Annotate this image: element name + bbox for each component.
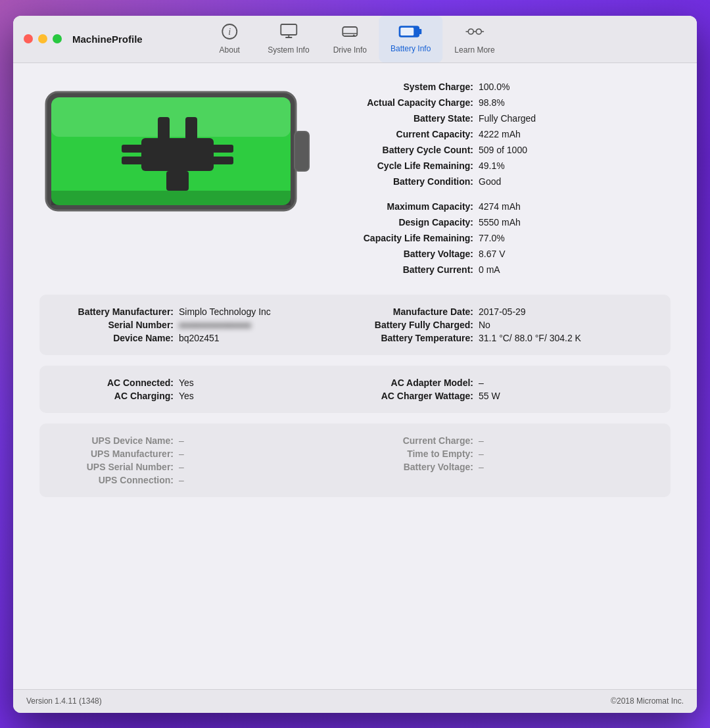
current-capacity-label: Current Capacity: <box>342 129 473 139</box>
battery-state-row: Battery State: Fully Charged <box>342 110 671 126</box>
max-capacity-value: 4274 mAh <box>479 201 521 212</box>
app-window: MachineProfile i About <box>13 16 697 713</box>
system-charge-value: 100.0% <box>479 82 509 92</box>
ups-manufacturer-value: – <box>179 449 184 459</box>
svg-text:i: i <box>228 27 231 37</box>
tab-about[interactable]: i About <box>203 16 256 62</box>
ac-grid: AC Connected: Yes AC Charging: Yes AC Ad… <box>55 377 655 401</box>
manufacturer-row: Battery Manufacturer: Simplo Technology … <box>55 306 355 317</box>
ups-serial-row: UPS Serial Number: – <box>55 462 355 472</box>
current-charge-label: Current Charge: <box>355 435 473 446</box>
current-capacity-row: Current Capacity: 4222 mAh <box>342 126 671 142</box>
tab-learn-more[interactable]: Learn More <box>442 16 506 62</box>
serial-label: Serial Number: <box>55 320 174 330</box>
design-capacity-value: 5550 mAh <box>479 217 521 228</box>
svg-rect-21 <box>51 191 291 205</box>
fully-charged-label: Battery Fully Charged: <box>355 320 473 330</box>
svg-point-13 <box>476 29 481 34</box>
minimize-button[interactable] <box>38 34 47 43</box>
ups-connection-value: – <box>179 475 184 485</box>
ac-charger-wattage-label: AC Charger Wattage: <box>355 391 473 401</box>
capacity-life-row: Capacity Life Remaining: 77.0% <box>342 230 671 246</box>
fully-charged-value: No <box>479 320 490 330</box>
battery-voltage-row: Battery Voltage: 8.67 V <box>342 246 671 262</box>
battery-current-value: 0 mA <box>479 264 500 275</box>
titlebar: MachineProfile i About <box>13 16 697 63</box>
cycle-life-row: Cycle Life Remaining: 49.1% <box>342 158 671 174</box>
battery-state-label: Battery State: <box>342 113 473 124</box>
svg-rect-5 <box>343 27 357 36</box>
battery-state-value: Fully Charged <box>479 113 536 124</box>
battery-voltage-value: 8.67 V <box>479 249 505 259</box>
manufacture-date-label: Manufacture Date: <box>355 306 473 317</box>
capacity-life-label: Capacity Life Remaining: <box>342 233 473 243</box>
svg-rect-11 <box>419 29 422 34</box>
ups-connection-label: UPS Connection: <box>55 475 174 485</box>
serial-value: ●●●●●●●●●●●●● <box>179 320 251 330</box>
time-to-empty-row: Time to Empty: – <box>355 449 655 459</box>
svg-rect-23 <box>158 117 170 140</box>
cycle-count-value: 509 of 1000 <box>479 145 527 155</box>
device-name-label: Device Name: <box>55 333 174 343</box>
svg-rect-24 <box>185 117 197 140</box>
ups-manufacturer-row: UPS Manufacturer: – <box>55 449 355 459</box>
info-grid: System Charge: 100.0% Actual Capacity Ch… <box>342 79 671 278</box>
svg-rect-29 <box>210 157 233 164</box>
ac-adapter-row: AC Adapter Model: – <box>355 377 655 388</box>
current-charge-value: – <box>479 435 484 446</box>
maximize-button[interactable] <box>53 34 62 43</box>
ac-left: AC Connected: Yes AC Charging: Yes <box>55 377 355 401</box>
window-controls <box>24 34 62 43</box>
battery-info-card: Battery Manufacturer: Simplo Technology … <box>39 295 671 355</box>
battery-voltage-label: Battery Voltage: <box>342 249 473 259</box>
version-text: Version 1.4.11 (1348) <box>26 696 102 706</box>
ac-connected-value: Yes <box>179 377 194 388</box>
svg-rect-28 <box>210 145 233 153</box>
manufacturer-label: Battery Manufacturer: <box>55 306 174 317</box>
battery-info-right: Manufacture Date: 2017-05-29 Battery Ful… <box>355 306 655 343</box>
temperature-value: 31.1 °C/ 88.0 °F/ 304.2 K <box>479 333 581 343</box>
tab-system-info[interactable]: System Info <box>256 16 321 62</box>
actual-capacity-value: 98.8% <box>479 97 505 108</box>
device-name-value: bq20z451 <box>179 333 220 343</box>
ac-connected-label: AC Connected: <box>55 377 174 388</box>
ups-left: UPS Device Name: – UPS Manufacturer: – U… <box>55 435 355 485</box>
svg-point-7 <box>353 35 355 37</box>
battery-condition-row: Battery Condition: Good <box>342 174 671 189</box>
ups-battery-voltage-label: Battery Voltage: <box>355 462 473 472</box>
drive-info-icon <box>341 23 359 43</box>
battery-current-row: Battery Current: 0 mA <box>342 262 671 278</box>
cycle-life-value: 49.1% <box>479 160 505 171</box>
cycle-count-row: Battery Cycle Count: 509 of 1000 <box>342 142 671 158</box>
tab-drive-info[interactable]: Drive Info <box>321 16 379 62</box>
close-button[interactable] <box>24 34 33 43</box>
svg-rect-18 <box>295 132 309 171</box>
battery-info-icon <box>399 24 423 41</box>
ups-battery-voltage-value: – <box>479 462 484 472</box>
actual-capacity-label: Actual Capacity Charge: <box>342 97 473 108</box>
design-capacity-row: Design Capacity: 5550 mAh <box>342 214 671 230</box>
device-name-row: Device Name: bq20z451 <box>55 333 355 343</box>
svg-rect-22 <box>141 138 214 171</box>
ups-device-name-label: UPS Device Name: <box>55 435 174 446</box>
capacity-life-value: 77.0% <box>479 233 505 243</box>
toolbar: i About System Info <box>203 16 506 62</box>
max-capacity-label: Maximum Capacity: <box>342 201 473 212</box>
ac-charging-row: AC Charging: Yes <box>55 391 355 401</box>
footer: Version 1.4.11 (1348) ©2018 Micromat Inc… <box>13 689 697 713</box>
temperature-label: Battery Temperature: <box>355 333 473 343</box>
manufacture-date-row: Manufacture Date: 2017-05-29 <box>355 306 655 317</box>
tab-battery-info[interactable]: Battery Info <box>379 16 442 62</box>
ac-charging-value: Yes <box>179 391 194 401</box>
manufacturer-value: Simplo Technology Inc <box>179 306 271 317</box>
about-icon: i <box>221 23 238 43</box>
ups-device-name-value: – <box>179 435 184 446</box>
actual-capacity-row: Actual Capacity Charge: 98.8% <box>342 95 671 110</box>
app-title: MachineProfile <box>72 34 143 45</box>
battery-current-label: Battery Current: <box>342 264 473 275</box>
ups-grid: UPS Device Name: – UPS Manufacturer: – U… <box>55 435 655 485</box>
ups-right: Current Charge: – Time to Empty: – Batte… <box>355 435 655 485</box>
tab-system-info-label: System Info <box>268 45 309 55</box>
manufacture-date-value: 2017-05-29 <box>479 306 526 317</box>
current-charge-row: Current Charge: – <box>355 435 655 446</box>
